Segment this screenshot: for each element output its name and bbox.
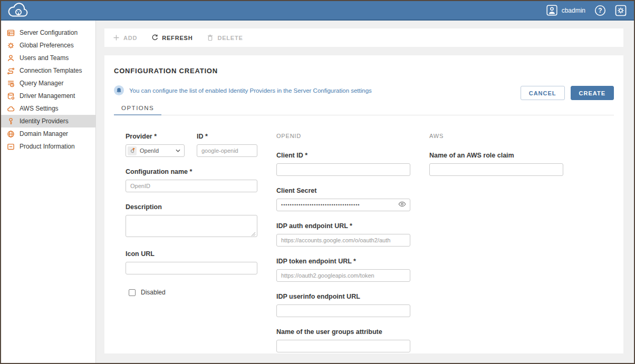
client-id-input[interactable] — [276, 163, 410, 176]
admin-sidebar: Server Configuration Global Preferences … — [1, 21, 96, 363]
sidebar-item-label: Product Information — [20, 143, 75, 150]
idp-userinfo-endpoint-label: IDP userinfo endpoint URL — [276, 293, 410, 300]
tab-bar: OPTIONS — [114, 102, 614, 115]
client-secret-label: Client Secret — [276, 187, 410, 194]
identity-provider-form: Provider * OpenId — [126, 133, 614, 363]
administration-button[interactable] — [615, 5, 627, 16]
id-input[interactable] — [197, 144, 257, 157]
icon-url-label: Icon URL — [126, 250, 257, 258]
main-area: ADD REFRESH DELETE — [96, 21, 634, 363]
id-label: ID * — [197, 133, 257, 140]
sidebar-item-label: Users and Teams — [20, 54, 69, 62]
connection-templates-icon — [7, 67, 15, 75]
app-window: cbadmin ? — [0, 0, 635, 364]
aws-role-claim-label: Name of an AWS role claim — [429, 152, 563, 159]
sidebar-item-global-preferences[interactable]: Global Preferences — [1, 39, 95, 52]
chevron-down-icon — [176, 149, 180, 152]
description-label: Description — [126, 203, 257, 211]
idp-auth-endpoint-input[interactable] — [276, 234, 410, 247]
provider-value: OpenId — [140, 147, 172, 154]
sidebar-item-label: Global Preferences — [20, 42, 74, 49]
username-label: cbadmin — [562, 7, 585, 14]
sidebar-item-label: AWS Settings — [20, 105, 59, 112]
sidebar-item-label: Server Configuration — [20, 29, 78, 36]
sidebar-item-driver-management[interactable]: Driver Management — [1, 90, 95, 102]
page-title: CONFIGURATION CREATION — [114, 67, 614, 75]
create-button[interactable]: CREATE — [571, 86, 614, 100]
help-button[interactable]: ? — [594, 5, 606, 16]
form-column-aws: AWS Name of an AWS role claim — [429, 133, 563, 363]
user-menu[interactable]: cbadmin — [546, 5, 585, 16]
database-icon — [7, 92, 15, 100]
sidebar-item-label: Connection Templates — [20, 67, 82, 74]
cloudbeaver-logo[interactable] — [6, 3, 30, 18]
description-textarea[interactable] — [126, 215, 257, 237]
idp-token-endpoint-label: IDP token endpoint URL * — [276, 258, 410, 265]
idp-auth-endpoint-label: IDP auth endpoint URL * — [276, 222, 410, 230]
sidebar-item-users-and-teams[interactable]: Users and Teams — [1, 52, 95, 64]
refresh-icon — [151, 34, 158, 41]
delete-button[interactable]: DELETE — [207, 34, 243, 41]
client-id-label: Client ID * — [276, 152, 410, 159]
sidebar-item-query-manager[interactable]: Query Manager — [1, 77, 95, 90]
refresh-label: REFRESH — [162, 35, 193, 41]
gear-icon — [7, 42, 15, 50]
idp-userinfo-endpoint-input[interactable] — [276, 304, 410, 317]
configuration-name-label: Configuration name * — [126, 168, 257, 175]
sidebar-item-product-information[interactable]: Product Information — [1, 140, 95, 153]
user-icon — [7, 54, 15, 62]
items-toolbar: ADD REFRESH DELETE — [104, 28, 623, 47]
trash-icon — [207, 34, 214, 41]
add-button[interactable]: ADD — [113, 34, 137, 41]
top-bar: cbadmin ? — [1, 1, 634, 21]
cloud-logo-icon — [6, 3, 30, 18]
notice-text: You can configure the list of enabled Id… — [129, 87, 372, 94]
disabled-label: Disabled — [141, 289, 166, 296]
icon-url-input[interactable] — [126, 262, 257, 274]
sidebar-item-domain-manager[interactable]: Domain Manager — [1, 127, 95, 140]
cloud-icon — [7, 105, 15, 113]
form-column-openid: OPENID Client ID * Client Secret — [276, 133, 410, 363]
topbar-actions: cbadmin ? — [546, 5, 627, 16]
form-column-general: Provider * OpenId — [126, 133, 257, 363]
server-configuration-icon — [7, 29, 15, 37]
document-icon — [7, 143, 15, 151]
globe-icon — [7, 130, 15, 138]
configuration-name-input[interactable] — [126, 180, 257, 192]
provider-label: Provider * — [126, 133, 185, 140]
sidebar-item-identity-providers[interactable]: Identity Providers — [1, 115, 95, 127]
user-badge-icon — [546, 5, 557, 16]
provider-select[interactable]: OpenId — [126, 144, 185, 157]
user-groups-attribute-input[interactable] — [276, 340, 410, 352]
help-icon: ? — [594, 5, 606, 16]
query-manager-icon — [7, 80, 15, 87]
aws-role-claim-input[interactable] — [429, 163, 563, 176]
delete-label: DELETE — [217, 35, 243, 41]
bell-icon — [114, 85, 124, 95]
sidebar-item-label: Domain Manager — [20, 130, 68, 137]
user-groups-attribute-label: Name of the user groups attribute — [276, 328, 410, 336]
sidebar-item-server-configuration[interactable]: Server Configuration — [1, 26, 95, 39]
form-actions: CANCEL CREATE — [521, 86, 614, 100]
key-icon — [7, 117, 15, 125]
openid-provider-icon — [128, 146, 137, 155]
sidebar-item-connection-templates[interactable]: Connection Templates — [1, 64, 95, 77]
disabled-checkbox[interactable] — [129, 289, 136, 296]
cancel-button[interactable]: CANCEL — [521, 86, 565, 100]
svg-text:?: ? — [598, 7, 602, 14]
add-label: ADD — [123, 35, 137, 41]
idp-token-endpoint-input[interactable] — [276, 269, 410, 282]
reveal-password-icon[interactable] — [398, 201, 406, 207]
aws-section-title: AWS — [429, 133, 563, 139]
openid-section-title: OPENID — [276, 133, 410, 139]
settings-gear-icon — [615, 5, 627, 16]
sidebar-item-label: Identity Providers — [20, 117, 69, 125]
plus-icon — [113, 34, 120, 41]
sidebar-item-aws-settings[interactable]: AWS Settings — [1, 102, 95, 115]
sidebar-item-label: Query Manager — [20, 80, 63, 87]
configuration-creation-panel: CONFIGURATION CREATION You can configure… — [104, 55, 623, 353]
client-secret-input[interactable] — [276, 199, 410, 211]
sidebar-item-label: Driver Management — [20, 92, 75, 100]
refresh-button[interactable]: REFRESH — [151, 34, 193, 41]
tab-options[interactable]: OPTIONS — [114, 102, 161, 115]
